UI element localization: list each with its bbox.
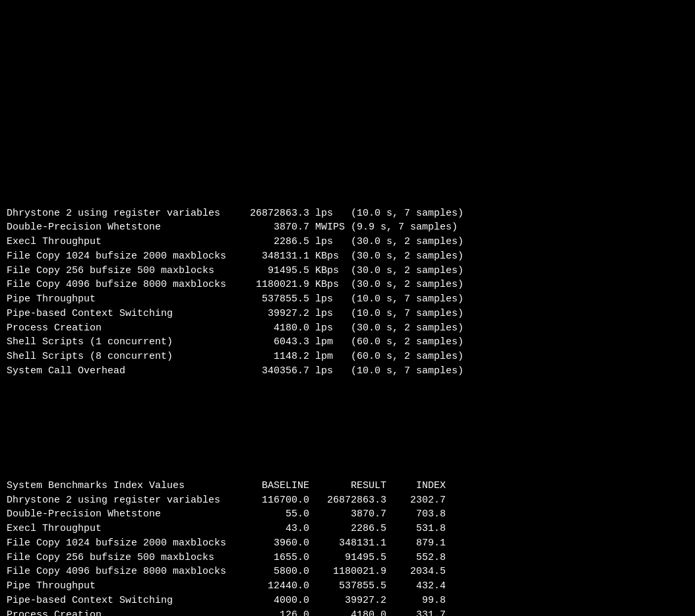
benchmark-row: File Copy 256 bufsize 500 maxblocks 9149… bbox=[7, 264, 688, 278]
index-row: File Copy 256 bufsize 500 maxblocks 1655… bbox=[7, 551, 688, 565]
index-row: File Copy 1024 bufsize 2000 maxblocks 39… bbox=[7, 536, 688, 551]
blank-line-1 bbox=[7, 149, 688, 164]
terminal-output: Dhrystone 2 using register variables 268… bbox=[7, 5, 688, 616]
index-row: Dhrystone 2 using register variables 116… bbox=[7, 493, 688, 508]
index-row: File Copy 4096 bufsize 8000 maxblocks 58… bbox=[7, 565, 688, 579]
benchmark-row: System Call Overhead 340356.7 lps (10.0 … bbox=[7, 364, 688, 379]
blank-line-2 bbox=[7, 421, 688, 436]
index-row: Double-Precision Whetstone 55.0 3870.7 7… bbox=[7, 507, 688, 522]
index-row: Pipe Throughput 12440.0 537855.5 432.4 bbox=[7, 579, 688, 594]
index-row: Execl Throughput 43.0 2286.5 531.8 bbox=[7, 522, 688, 536]
benchmarks-section: Dhrystone 2 using register variables 268… bbox=[7, 206, 688, 379]
benchmark-row: Dhrystone 2 using register variables 268… bbox=[7, 206, 688, 221]
benchmark-row: Process Creation 4180.0 lps (30.0 s, 2 s… bbox=[7, 321, 688, 336]
benchmark-row: Shell Scripts (1 concurrent) 6043.3 lpm … bbox=[7, 335, 688, 350]
benchmark-row: Execl Throughput 2286.5 lps (30.0 s, 2 s… bbox=[7, 235, 688, 249]
benchmark-row: Pipe-based Context Switching 39927.2 lps… bbox=[7, 307, 688, 321]
index-row: Pipe-based Context Switching 4000.0 3992… bbox=[7, 594, 688, 608]
benchmark-row: File Copy 1024 bufsize 2000 maxblocks 34… bbox=[7, 249, 688, 264]
benchmark-row: Pipe Throughput 537855.5 lps (10.0 s, 7 … bbox=[7, 292, 688, 307]
index-section: System Benchmarks Index Values BASELINE … bbox=[7, 479, 688, 616]
index-section-header: System Benchmarks Index Values BASELINE … bbox=[7, 479, 688, 493]
benchmark-row: Double-Precision Whetstone 3870.7 MWIPS … bbox=[7, 220, 688, 235]
benchmark-row: File Copy 4096 bufsize 8000 maxblocks 11… bbox=[7, 278, 688, 292]
index-row: Process Creation 126.0 4180.0 331.7 bbox=[7, 608, 688, 617]
benchmark-row: Shell Scripts (8 concurrent) 1148.2 lpm … bbox=[7, 350, 688, 364]
